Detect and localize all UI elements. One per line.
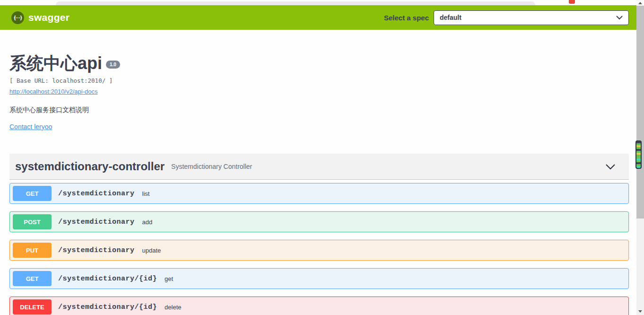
swagger-logo[interactable]: {⋯} swagger xyxy=(11,11,70,24)
scroll-minimap-marker xyxy=(635,140,642,169)
endpoint-path: /systemdictionary xyxy=(58,246,135,254)
api-title: 系统中心api xyxy=(9,53,102,73)
red-extension-icon[interactable] xyxy=(569,0,575,4)
triangle-down-icon xyxy=(638,310,642,313)
api-info-block: 系统中心api1.0 [ Base URL: localhost:2010/ ]… xyxy=(9,30,629,131)
endpoint-list: GET /systemdictionary list POST /systemd… xyxy=(9,183,629,315)
endpoint-summary: add xyxy=(142,219,153,226)
endpoint-row-delete-by-id[interactable]: DELETE /systemdictionary/{id} delete xyxy=(9,297,629,315)
base-url: [ Base URL: localhost:2010/ ] xyxy=(9,77,629,84)
api-description: 系统中心服务接口文档说明 xyxy=(9,106,629,114)
endpoint-summary: get xyxy=(165,275,173,282)
endpoint-row-post-add[interactable]: POST /systemdictionary add xyxy=(9,211,629,232)
swagger-page: 系统中心api1.0 [ Base URL: localhost:2010/ ]… xyxy=(0,30,636,315)
tag-name: systemdictionary-controller xyxy=(15,160,165,173)
endpoint-path: /systemdictionary xyxy=(58,218,135,226)
endpoint-row-get-by-id[interactable]: GET /systemdictionary/{id} get xyxy=(9,268,629,289)
contact-link[interactable]: Contact leryoo xyxy=(9,123,52,131)
spec-select[interactable]: default xyxy=(434,10,629,25)
chevron-down-icon xyxy=(616,16,623,20)
swagger-logo-icon: {⋯} xyxy=(11,11,24,24)
endpoint-summary: delete xyxy=(165,304,181,311)
endpoint-path: /systemdictionary/{id} xyxy=(58,275,157,283)
version-badge: 1.0 xyxy=(106,61,120,69)
method-badge: POST xyxy=(13,214,52,229)
endpoint-row-put-update[interactable]: PUT /systemdictionary update xyxy=(9,240,629,261)
endpoint-summary: update xyxy=(142,247,161,254)
spec-select-value: default xyxy=(440,14,461,21)
endpoint-path: /systemdictionary xyxy=(58,190,135,198)
browser-chrome-strip xyxy=(0,0,636,5)
spec-select-label: Select a spec xyxy=(384,14,429,22)
tag-section-header[interactable]: systemdictionary-controller Systemdictio… xyxy=(9,154,629,180)
triangle-up-icon xyxy=(638,2,642,4)
scrollbar-thumb[interactable] xyxy=(636,6,644,219)
chevron-down-icon xyxy=(605,164,616,170)
endpoint-row-get-list[interactable]: GET /systemdictionary list xyxy=(9,183,629,204)
method-badge: GET xyxy=(13,186,52,201)
api-docs-link[interactable]: http://localhost:2010/v2/api-docs xyxy=(9,88,97,95)
endpoint-path: /systemdictionary/{id} xyxy=(58,303,157,311)
tag-description: Systemdictionary Controller xyxy=(171,163,252,170)
address-bar-remnant xyxy=(56,1,535,5)
brand-name: swagger xyxy=(28,12,70,23)
method-badge: DELETE xyxy=(13,299,52,315)
method-badge: GET xyxy=(13,271,52,286)
endpoint-summary: list xyxy=(142,190,150,197)
scroll-up-arrow[interactable] xyxy=(636,0,644,6)
scroll-down-arrow[interactable] xyxy=(636,308,644,314)
swagger-header: {⋯} swagger Select a spec default xyxy=(0,5,636,30)
method-badge: PUT xyxy=(13,243,52,258)
